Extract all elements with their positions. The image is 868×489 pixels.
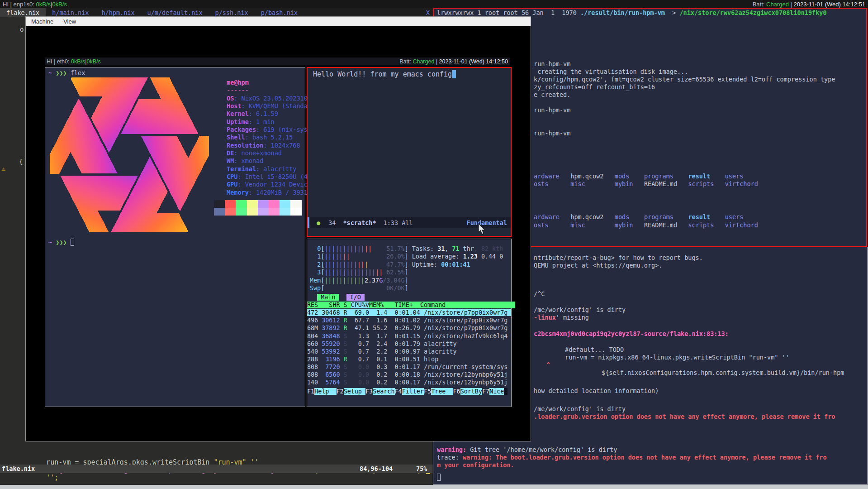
text-segment [549,221,571,229]
menu-view[interactable]: View [63,18,76,25]
palette-swatch [290,208,301,216]
text-segment: me@hpm [227,79,249,86]
palette-swatch [258,208,269,216]
text-segment [677,180,688,187]
text-segment: 51.7% [386,245,404,252]
text-segment: Host [227,102,242,110]
text-segment: 0.0 [358,379,369,386]
text-segment: 36848 [322,333,340,340]
terminal-line: Main I/O [310,293,365,301]
text-segment: ||||||||| [324,261,357,268]
terminal-line: /^C [534,290,545,298]
text-segment: ntribute/report-a-bug> for how to report… [534,254,703,261]
text-segment: 0.7 0.1 0:00.51 [347,356,424,363]
text-segment [368,261,386,268]
palette-swatch [247,200,258,208]
text-segment: Batt: [399,58,413,65]
text-segment: 0kB/s [52,1,67,8]
terminal-line: 804 36848 S 1.3 1.7 0:01.15 /nix/store/h… [307,332,508,340]
text-segment [714,221,725,229]
text-segment [560,213,570,221]
vm-screen[interactable]: HI | eth0: 0kB/s|0kB/s Batt: Charged | 2… [45,58,510,407]
qemu-vm-window[interactable]: Machine View HI | eth0: 0kB/s|0kB/s Batt… [25,16,531,441]
text-segment: ] [405,253,408,260]
text-segment: ''; [46,474,58,482]
text-segment: ||||||||||| [324,277,365,284]
terminal-line: #default... TODO [565,346,624,354]
text-segment: MEM% TIME+ Command [369,302,515,308]
text-segment: 808 [307,364,322,370]
text-segment: 6560 [322,371,340,378]
text-segment: 0kB/s [71,58,85,65]
menu-machine[interactable]: Machine [31,18,53,25]
terminal-line: run-vm = nixpkgs.x86_64-linux.pkgs.write… [565,354,789,361]
text-segment: run-hpm-vm [534,129,570,137]
terminal-line: how detailed location information) [534,387,659,395]
text-segment: how detailed location information) [534,387,659,394]
text-segment: 0.0 [358,364,369,370]
terminal-line: Hello World!! from my emacs config [313,71,456,78]
text-segment: flex [71,69,85,77]
text-segment [674,173,688,180]
text-segment: F4 [395,388,402,395]
text-segment: 68M [307,325,322,331]
text-segment [310,253,317,260]
tab-h/hpm.nix[interactable]: h/hpm.nix [95,8,141,17]
text-segment: virtchord [725,221,758,229]
modeline-accent-bar [308,217,309,228]
text-segment [310,245,317,252]
text-segment: || [343,253,350,260]
terminal-line: c2bcsm4xmj0vd0capi9q2yc0yzl87-source/fla… [534,330,729,338]
text-segment: 688 [307,371,322,378]
text-segment: ||||||||||| [324,245,365,252]
text-segment: Setup [344,388,365,395]
text-segment: run-hpm-vm [534,60,570,67]
terminal-line: Memory: 1420MiB / 3931Mi [227,189,315,197]
text-segment: /^C [534,290,545,297]
tab-p/ssh.nix[interactable]: p/ssh.nix [209,8,255,17]
text-segment [629,213,644,221]
text-segment [347,364,358,370]
text-segment [710,173,725,180]
terminal-line: run-hpm-vm [534,129,570,137]
terminal-line: /me/work/config' is dirty [534,405,626,413]
palette-swatch [236,200,247,208]
text-segment: 0.0 [358,371,369,378]
tab-u/m/default.nix[interactable]: u/m/default.nix [141,8,209,17]
text-segment: |||||||||||||| [324,269,375,276]
text-segment: warning: The boot.loader.grub.version op… [463,454,827,461]
text-segment: | [434,58,439,65]
terminal-line: Swp[ 0K/0K] [310,284,408,292]
emacs-window[interactable]: Hello World!! from my emacs config ● 34 … [307,67,512,237]
text-segment: 288 [307,356,322,363]
text-segment: : xmonad [234,157,263,164]
battery-clock: Batt: Charged | 2023-11-01 (Wed) 14:12:5… [753,1,865,8]
text-segment [347,379,358,386]
warning-icon: ⚠ [2,165,5,172]
text-segment: ${self.nixosConfigurations.hpm.config.sy… [602,369,844,376]
terminal-line: Resolution: 1024x768 [227,142,300,149]
htop-window[interactable]: 0[||||||||||||| 51.7%] Tasks: 31, 71 thr… [307,239,512,407]
modeline-buffer-name: *scratch* [343,219,376,226]
terminal-line: k/config/hpm.qcow2', fmt=qcow2 cluster_s… [534,76,835,83]
tab-p/bash.nix[interactable]: p/bash.nix [255,8,304,17]
text-segment: Uptime [227,118,249,125]
modeline-major-mode: Fundamental [467,219,507,226]
tabline-close-button[interactable]: X [426,9,430,16]
text-segment: ] [405,261,408,268]
terminal-line [437,474,441,481]
terminal-line: ardware hpm.qcow2 mods programs result u… [534,173,743,180]
text-segment: Filter [402,388,424,395]
tab-flake.nix[interactable]: flake.nix [0,8,46,17]
text-segment: R [340,317,347,324]
statusline-filename: flake.nix [2,465,35,472]
text-segment: 0.7 2.2 0:00.97 [347,348,424,355]
text-segment: ' missing [556,314,589,321]
text-segment [408,245,412,252]
text-segment [629,173,644,180]
text-segment: users [725,213,744,221]
vm-terminal-neofetch[interactable]: ~ ❯❯❯ flex~ ❯❯❯ me@hpm------OS: NixOS 23… [45,67,305,407]
terminal-line: ------ [227,86,249,94]
text-segment: 3196 [322,356,340,363]
tab-h/main.nix[interactable]: h/main.nix [46,8,95,17]
